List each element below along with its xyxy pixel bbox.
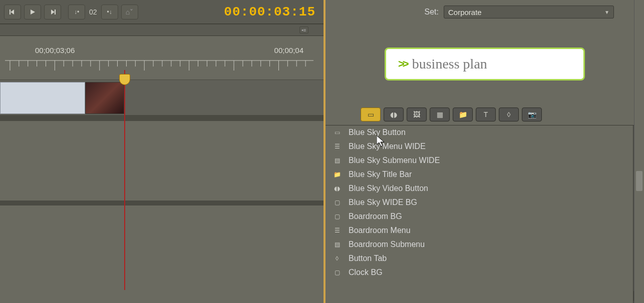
button-icon: ▭ [332, 128, 343, 136]
asset-item-label: Blue Sky Menu WIDE [349, 142, 426, 151]
frame-number: 02 [87, 8, 99, 16]
playhead-handle[interactable] [119, 74, 130, 85]
timeline-area: 00;00;03;06 00;00;04 [0, 36, 324, 78]
filter-folder[interactable]: 📁 [453, 108, 473, 122]
filter-text[interactable]: T [476, 108, 496, 122]
window-scrollbar[interactable] [634, 0, 644, 303]
step-back-button[interactable] [4, 4, 21, 20]
filter-grid[interactable]: ▦ [430, 108, 450, 122]
clip-video-thumbnail[interactable] [85, 82, 124, 114]
out-point-button[interactable]: •↓ [101, 4, 118, 20]
asset-item-label: Blue Sky WIDE BG [349, 198, 417, 207]
asset-item[interactable]: ▢Blue Sky WIDE BG [326, 196, 633, 210]
playhead-line [124, 70, 125, 290]
template-preview[interactable]: >> business plan [385, 48, 585, 80]
empty-track-area-2[interactable] [0, 206, 324, 270]
svg-rect-1 [10, 10, 11, 14]
filter-buttons[interactable]: ▭ [361, 108, 381, 122]
filter-toolbar: ▭ ◖◗ 🖼 ▦ 📁 T ◊ 📷 [326, 104, 644, 125]
video-icon: ◖◗ [332, 184, 343, 192]
filter-pill[interactable]: ◖◗ [384, 108, 404, 122]
svg-rect-4 [55, 10, 56, 14]
svg-marker-3 [51, 10, 55, 14]
library-panel: Set: Corporate ▼ >> business plan ▭ ◖◗ 🖼… [326, 0, 644, 303]
asset-item[interactable]: ☰Boardroom Menu [326, 224, 633, 238]
folder-icon: 📁 [332, 170, 343, 178]
asset-item[interactable]: ◊Button Tab [326, 252, 633, 266]
submenu-icon: ▤ [332, 240, 343, 248]
bg-icon: ▢ [332, 198, 343, 206]
playback-toolbar: ↓• 02 •↓ ⌂˅ 00:00:03:15 [0, 0, 324, 24]
chevron-down-icon: ▼ [604, 10, 609, 15]
scrollbar-thumb[interactable] [636, 171, 642, 191]
asset-item-label: Boardroom BG [349, 212, 402, 221]
asset-item-label: Blue Sky Submenu WIDE [349, 156, 440, 165]
timeline-panel: ↓• 02 •↓ ⌂˅ 00:00:03:15 •≡ 00;00;03;06 0… [0, 0, 326, 303]
video-track[interactable] [0, 80, 324, 116]
set-selector-row: Set: Corporate ▼ [326, 0, 644, 24]
menu-icon: ☰ [332, 142, 343, 150]
bg-icon: ▢ [332, 212, 343, 220]
marker-button[interactable]: ⌂˅ [121, 4, 138, 20]
svg-marker-0 [11, 10, 14, 14]
asset-item-label: Boardroom Menu [349, 226, 411, 235]
asset-item[interactable]: ▢Clock BG [326, 266, 633, 280]
asset-item[interactable]: ▤Boardroom Submenu [326, 238, 633, 252]
ruler-time-right: 00;00;04 [274, 46, 303, 54]
tab-icon: ◊ [332, 254, 343, 262]
asset-item[interactable]: ◖◗Blue Sky Video Button [326, 182, 633, 196]
preview-text: business plan [412, 56, 487, 72]
asset-item-label: Blue Sky Button [349, 128, 406, 137]
svg-marker-2 [31, 10, 35, 14]
asset-item[interactable]: ▭Blue Sky Button [326, 126, 633, 140]
menu-icon: ☰ [332, 226, 343, 234]
clip-title-segment[interactable] [0, 82, 85, 114]
asset-item[interactable]: ▤Blue Sky Submenu WIDE [326, 154, 633, 168]
ruler-time-left: 00;00;03;06 [35, 46, 75, 54]
asset-list[interactable]: ▭Blue Sky Button☰Blue Sky Menu WIDE▤Blue… [326, 126, 633, 303]
set-dropdown[interactable]: Corporate ▼ [444, 6, 614, 18]
filter-camera[interactable]: 📷 [522, 108, 542, 122]
asset-item[interactable]: ☰Blue Sky Menu WIDE [326, 140, 633, 154]
play-button[interactable] [24, 4, 41, 20]
bg-icon: ▢ [332, 268, 343, 276]
filter-image[interactable]: 🖼 [407, 108, 427, 122]
panel-menu-button[interactable]: •≡ [299, 26, 308, 34]
set-label: Set: [425, 8, 439, 16]
asset-item-label: Boardroom Submenu [349, 240, 425, 249]
submenu-icon: ▤ [332, 156, 343, 164]
preview-arrows-icon: >> [398, 58, 407, 70]
empty-track-area[interactable] [0, 120, 324, 200]
template-preview-area: >> business plan [326, 24, 644, 104]
time-ruler[interactable] [5, 56, 313, 78]
asset-item-label: Blue Sky Video Button [349, 184, 428, 193]
asset-item-label: Clock BG [349, 268, 383, 277]
asset-item-label: Blue Sky Title Bar [349, 170, 412, 179]
in-point-button[interactable]: ↓• [68, 4, 85, 20]
asset-item-label: Button Tab [349, 254, 387, 263]
filter-shape[interactable]: ◊ [499, 108, 519, 122]
current-timecode[interactable]: 00:00:03:15 [224, 4, 320, 20]
asset-item[interactable]: ▢Boardroom BG [326, 210, 633, 224]
set-dropdown-value: Corporate [448, 8, 482, 16]
tracks-area [0, 80, 324, 270]
asset-list-container: ▭Blue Sky Button☰Blue Sky Menu WIDE▤Blue… [326, 125, 644, 303]
asset-item[interactable]: 📁Blue Sky Title Bar [326, 168, 633, 182]
panel-subbar: •≡ [0, 24, 324, 36]
step-forward-button[interactable] [44, 4, 61, 20]
